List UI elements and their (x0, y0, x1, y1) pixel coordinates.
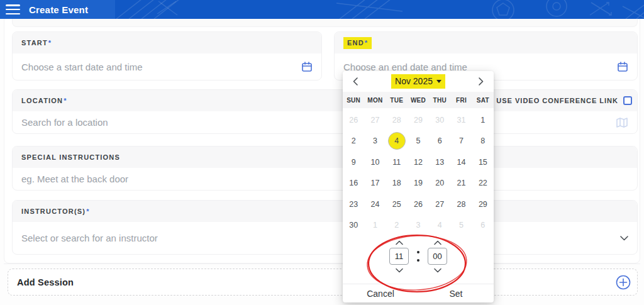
add-session-button[interactable]: Add Session (8, 269, 638, 296)
time-colon (417, 251, 419, 262)
calendar-day[interactable]: 12 (408, 152, 429, 173)
required-asterisk: * (365, 39, 368, 47)
end-label-band: END* (335, 32, 637, 53)
weekday-header: MON (364, 97, 386, 104)
weekday-header: SUN (343, 97, 364, 104)
calendar-day-grid: 2627282930311234567891011121314151617181… (343, 108, 494, 236)
calendar-day[interactable]: 27 (429, 194, 450, 215)
video-conference-checkbox[interactable] (623, 96, 632, 105)
weekday-header: FRI (450, 97, 472, 104)
minute-up-chevron-icon[interactable] (433, 240, 442, 245)
calendar-day[interactable]: 28 (450, 194, 472, 215)
calendar-day[interactable]: 27 (364, 109, 386, 131)
special-instructions-band: SPECIAL INSTRUCTIONS (13, 147, 637, 168)
datetime-picker-popup: Nov 2025 SUNMONTUEWEDTHUFRISAT 262728293… (343, 71, 494, 302)
calendar-day[interactable]: 30 (429, 109, 450, 131)
calendar-day[interactable]: 14 (450, 152, 472, 173)
calendar-day[interactable]: 13 (429, 152, 450, 173)
chevron-right-icon[interactable] (474, 75, 488, 89)
calendar-day[interactable]: 18 (386, 173, 408, 194)
special-instructions-input[interactable] (21, 174, 628, 184)
special-instructions-card: SPECIAL INSTRUCTIONS (12, 146, 638, 191)
location-label-band: LOCATION* N USE VIDEO CONFERENCE LINK (13, 90, 637, 111)
calendar-day[interactable]: 8 (472, 131, 494, 152)
calendar-day[interactable]: 23 (343, 194, 364, 215)
calendar-day[interactable]: 29 (408, 109, 429, 131)
calendar-day[interactable]: 21 (450, 173, 472, 194)
calendar-day[interactable]: 6 (472, 215, 494, 236)
cancel-button[interactable]: Cancel (343, 284, 418, 302)
calendar-icon[interactable] (301, 61, 313, 72)
calendar-day[interactable]: 29 (472, 194, 494, 215)
calendar-day[interactable]: 28 (386, 109, 408, 131)
calendar-day[interactable]: 5 (408, 131, 429, 152)
calendar-icon[interactable] (617, 61, 628, 72)
start-label-band: START* (13, 32, 321, 53)
required-asterisk: * (64, 97, 67, 104)
calendar-day[interactable]: 4 (429, 215, 450, 236)
calendar-day[interactable]: 30 (343, 215, 364, 236)
calendar-day[interactable]: 2 (343, 131, 364, 152)
calendar-day[interactable]: 19 (408, 173, 429, 194)
calendar-day[interactable]: 7 (450, 131, 472, 152)
calendar-day[interactable]: 1 (364, 215, 386, 236)
calendar-day[interactable]: 3 (364, 131, 386, 152)
map-icon[interactable] (616, 117, 628, 128)
weekday-header: WED (408, 97, 429, 104)
instructor-label-band: INSTRUCTOR(S)* (13, 201, 637, 222)
calendar-day[interactable]: 15 (472, 152, 494, 173)
calendar-day[interactable]: 17 (364, 173, 386, 194)
calendar-day[interactable]: 22 (472, 173, 494, 194)
video-conference-label: USE VIDEO CONFERENCE LINK (496, 97, 618, 104)
instructor-label: INSTRUCTOR(S)* (21, 208, 90, 215)
weekday-header-row: SUNMONTUEWEDTHUFRISAT (343, 92, 494, 108)
calendar-day[interactable]: 1 (472, 109, 494, 131)
calendar-day[interactable]: 31 (450, 109, 472, 131)
set-button[interactable]: Set (418, 284, 494, 302)
calendar-day[interactable]: 5 (450, 215, 472, 236)
add-session-label: Add Session (17, 277, 74, 287)
special-instructions-label: SPECIAL INSTRUCTIONS (21, 153, 120, 161)
calendar-day[interactable]: 3 (408, 215, 429, 236)
page-title: Create Event (29, 4, 88, 15)
instructor-select[interactable] (13, 222, 637, 254)
end-date-input[interactable] (343, 62, 617, 72)
month-year-label: Nov 2025 (395, 76, 433, 86)
calendar-day[interactable]: 11 (386, 152, 408, 173)
calendar-day[interactable]: 20 (429, 173, 450, 194)
caret-down-icon (436, 80, 441, 83)
location-search-input[interactable] (21, 117, 616, 128)
minute-down-chevron-icon[interactable] (433, 267, 442, 273)
chevron-left-icon[interactable] (348, 75, 362, 89)
weekday-header: TUE (386, 97, 408, 104)
hour-input[interactable]: 11 (389, 248, 409, 265)
hamburger-icon[interactable] (6, 4, 20, 14)
calendar-day[interactable]: 26 (408, 194, 429, 215)
month-year-dropdown[interactable]: Nov 2025 (391, 74, 445, 89)
hour-down-chevron-icon[interactable] (395, 267, 404, 273)
previous-card-partial (12, 19, 638, 27)
start-label: START* (21, 39, 52, 47)
weekday-header: SAT (472, 97, 494, 104)
picker-footer: Cancel Set (343, 284, 494, 302)
calendar-day[interactable]: 25 (386, 194, 408, 215)
calendar-nav: Nov 2025 (343, 71, 494, 92)
calendar-day[interactable]: 10 (364, 152, 386, 173)
calendar-day[interactable]: 9 (343, 152, 364, 173)
minute-input[interactable]: 00 (428, 248, 447, 265)
calendar-day[interactable]: 16 (343, 173, 364, 194)
chevron-down-icon (620, 236, 628, 241)
calendar-day[interactable]: 24 (364, 194, 386, 215)
instructor-search-input[interactable] (21, 233, 620, 243)
calendar-day[interactable]: 26 (343, 109, 364, 131)
app-header: Create Event (0, 0, 644, 19)
start-date-input[interactable] (21, 62, 301, 72)
calendar-day[interactable]: 4 (386, 131, 408, 152)
start-field-card: START* (12, 31, 322, 80)
time-picker: 11 00 (343, 240, 494, 273)
calendar-day[interactable]: 6 (429, 131, 450, 152)
end-label: END* (343, 37, 372, 49)
hour-up-chevron-icon[interactable] (395, 240, 404, 245)
calendar-day[interactable]: 2 (386, 215, 408, 236)
required-asterisk: * (86, 208, 89, 215)
